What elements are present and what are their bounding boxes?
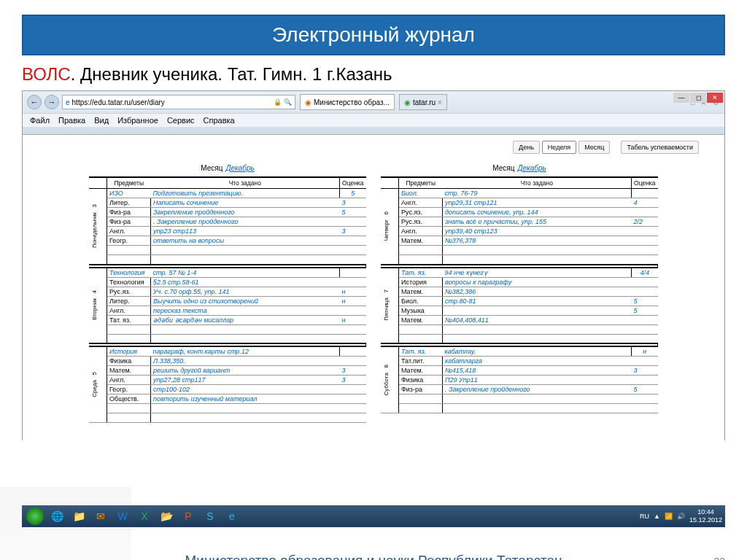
diary-row: [89, 255, 366, 265]
report-button[interactable]: Табель успеваемости: [621, 141, 699, 154]
excel-icon[interactable]: X: [134, 507, 155, 526]
diary-row: Тат.лит.кабатларга: [381, 357, 658, 366]
diary-row: [381, 324, 658, 334]
diary-row: Англ.пересказ текста: [89, 306, 366, 315]
tray-volume-icon[interactable]: 🔊: [677, 513, 685, 520]
browser-tab-1[interactable]: ◉Министерство образ...: [300, 94, 395, 110]
diary-row: Технология§2.5 стр.58-61: [89, 277, 366, 287]
diary-row: Биол.стр.80-815: [381, 296, 658, 306]
diary-row: [381, 246, 658, 255]
address-bar[interactable]: e https://edu.tatar.ru/user/diary 🔒 🔍: [62, 95, 295, 109]
skype-icon[interactable]: S: [200, 507, 220, 526]
diary-row: Пятница 7Тат. яз.94 нче күнегү4/4: [381, 268, 658, 278]
slide-title: Электронный журнал: [31, 23, 716, 47]
diary-row: Литер.Написать сочинение3: [89, 198, 366, 208]
slide-title-bar: Электронный журнал: [22, 15, 725, 55]
slide-footer: Министерство образования и науки Республ…: [185, 553, 562, 560]
browser-menu: Файл Правка Вид Избранное Сервис Справка: [23, 113, 724, 127]
start-button[interactable]: [25, 507, 45, 526]
windows-taskbar: 🌐 📁 ✉ W X 📂 P S e RU ▲ 📶 🔊 10:44 15.12.2…: [22, 505, 725, 527]
diary-row: Вторник 4Технологиястр. 57 № 1-4: [89, 268, 366, 278]
explorer-icon[interactable]: 📁: [69, 507, 89, 526]
diary-row: Матем.№415,4183: [381, 366, 658, 376]
diary-row: Геогр.стр100-102: [89, 385, 366, 394]
menu-help[interactable]: Справка: [204, 116, 235, 125]
ie-icon: e: [66, 98, 70, 106]
tray-network-icon[interactable]: 📶: [665, 513, 673, 520]
diary-row: ФизикаП29 Упр11: [381, 376, 658, 385]
diary-row: Четверг 6Биол.стр. 76-79: [381, 189, 658, 198]
tray-flag[interactable]: ▲: [654, 513, 660, 520]
diary-row: [89, 404, 366, 413]
diary-row: [89, 324, 366, 334]
menu-view[interactable]: Вид: [94, 116, 109, 125]
diary-row: Тат. яз.әдәби әсәрдән мисалларн: [89, 315, 366, 324]
diary-row: [381, 394, 658, 404]
diary-row: Понедельник 3ИЗОПодготовить презентацию.…: [89, 189, 366, 198]
window-minimize[interactable]: —: [673, 93, 689, 103]
diary-row: Историявопросы к параграфу: [381, 277, 658, 287]
diary-row: Суббота 8Тат. яз.кабатлау.н: [381, 346, 658, 357]
window-maximize[interactable]: ◻: [690, 93, 706, 103]
tray-lang[interactable]: RU: [640, 513, 649, 520]
diary-row: [89, 413, 366, 423]
view-day-button[interactable]: День: [513, 141, 540, 154]
menu-edit[interactable]: Правка: [58, 116, 85, 125]
diary-row: Матем.№382,386: [381, 287, 658, 296]
diary-row: Физ-раЗакрепление пройденного5: [89, 208, 366, 217]
powerpoint-icon[interactable]: P: [178, 507, 198, 526]
diary-row: [381, 255, 658, 265]
slide-subtitle: ВОЛС. Дневник ученика. Тат. Гимн. 1 г.Ка…: [22, 64, 725, 85]
browser-window: — ◻ ✕ ← → e https://edu.tatar.ru/user/di…: [22, 90, 725, 440]
diary-row: Англ.упр39,40 стр123: [381, 227, 658, 236]
menu-favorites[interactable]: Избранное: [117, 116, 158, 125]
view-month-button[interactable]: Месяц: [578, 141, 610, 154]
slide-page-number: 32: [713, 556, 725, 560]
tray-clock[interactable]: 10:44 15.12.2012: [689, 508, 722, 524]
menu-service[interactable]: Сервис: [167, 116, 195, 125]
diary-row: Среда 5Историяпараграф, конт.карты стр.1…: [89, 346, 366, 357]
diary-row: Рус.яз.дописать сочинение, упр. 144: [381, 208, 658, 217]
diary-row: [89, 334, 366, 343]
diary-row: Литер.Выучить одно из стихотворенийн: [89, 296, 366, 306]
forward-button[interactable]: →: [44, 95, 59, 109]
menu-file[interactable]: Файл: [30, 116, 50, 125]
diary-row: Англ.упр29,31 стр1214: [381, 198, 658, 208]
browser-tab-2[interactable]: ◉tatar.ru ×: [399, 94, 447, 110]
chrome-icon[interactable]: 🌐: [47, 507, 67, 526]
diary-row: ФизикаЛ.338,350.: [89, 357, 366, 366]
diary-row: Музыка5: [381, 306, 658, 315]
diary-row: Матем.решить другой вариант3: [89, 366, 366, 376]
diary-row: Матем.№404,408,411: [381, 315, 658, 324]
diary-row: Матем.№376,378: [381, 236, 658, 246]
diary-row: [89, 246, 366, 255]
word-icon[interactable]: W: [112, 507, 133, 526]
diary-row: Англ.упр23 стр1133: [89, 227, 366, 236]
diary-row: [381, 334, 658, 343]
diary-left-page: МесяцДекабрь ПредметыЧто заданоОценкаПон…: [89, 164, 366, 423]
close-tab-icon[interactable]: ×: [438, 98, 442, 106]
view-week-button[interactable]: Неделя: [542, 141, 576, 154]
diary-row: Рус.яз.Уч. с.70 орф.55, упр. 141н: [89, 287, 366, 296]
diary-row: [381, 404, 658, 413]
diary-row: Физ-ра. Закрепление пройденного: [89, 217, 366, 227]
window-close[interactable]: ✕: [707, 93, 723, 103]
outlook-icon[interactable]: ✉: [90, 507, 111, 526]
folder-icon[interactable]: 📂: [156, 507, 177, 526]
diary-row: Обществ.повторить изученный материал: [89, 394, 366, 404]
diary-row: Рус.яз.знать всё о причастии, упр. 1552/…: [381, 217, 658, 227]
diary-right-page: МесяцДекабрь ПредметыЧто заданоОценкаЧет…: [381, 164, 658, 423]
diary-row: Физ-ра. Закрепление пройденного5: [381, 385, 658, 394]
ie-taskbar-icon[interactable]: e: [222, 507, 242, 526]
diary-row: Англ.упр27,28 стр1173: [89, 376, 366, 385]
diary-row: Геогр.ответить на вопросы: [89, 236, 366, 246]
back-button[interactable]: ←: [27, 95, 42, 109]
